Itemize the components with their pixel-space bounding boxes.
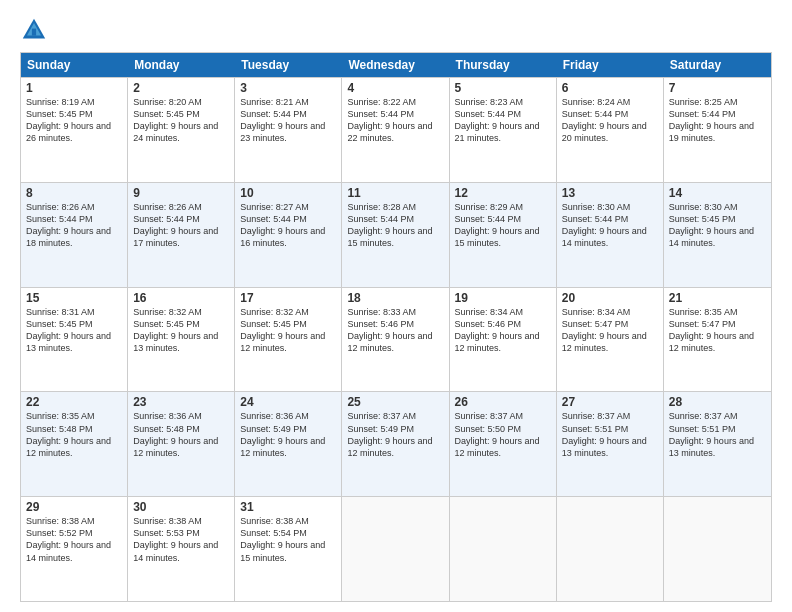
page: SundayMondayTuesdayWednesdayThursdayFrid…	[0, 0, 792, 612]
cell-info: Sunrise: 8:25 AM Sunset: 5:44 PM Dayligh…	[669, 96, 766, 145]
day-number: 17	[240, 291, 336, 305]
cell-info: Sunrise: 8:35 AM Sunset: 5:48 PM Dayligh…	[26, 410, 122, 459]
day-number: 2	[133, 81, 229, 95]
cal-cell: 14Sunrise: 8:30 AM Sunset: 5:45 PM Dayli…	[664, 183, 771, 287]
day-number: 22	[26, 395, 122, 409]
cell-info: Sunrise: 8:36 AM Sunset: 5:49 PM Dayligh…	[240, 410, 336, 459]
day-number: 8	[26, 186, 122, 200]
day-number: 9	[133, 186, 229, 200]
cell-info: Sunrise: 8:37 AM Sunset: 5:51 PM Dayligh…	[562, 410, 658, 459]
week-row-3: 15Sunrise: 8:31 AM Sunset: 5:45 PM Dayli…	[21, 287, 771, 392]
cell-info: Sunrise: 8:26 AM Sunset: 5:44 PM Dayligh…	[133, 201, 229, 250]
day-number: 18	[347, 291, 443, 305]
day-number: 27	[562, 395, 658, 409]
day-number: 25	[347, 395, 443, 409]
day-number: 6	[562, 81, 658, 95]
cell-info: Sunrise: 8:20 AM Sunset: 5:45 PM Dayligh…	[133, 96, 229, 145]
cal-cell: 19Sunrise: 8:34 AM Sunset: 5:46 PM Dayli…	[450, 288, 557, 392]
calendar-header: SundayMondayTuesdayWednesdayThursdayFrid…	[21, 53, 771, 77]
header-day-saturday: Saturday	[664, 53, 771, 77]
day-number: 23	[133, 395, 229, 409]
week-row-5: 29Sunrise: 8:38 AM Sunset: 5:52 PM Dayli…	[21, 496, 771, 601]
header-day-wednesday: Wednesday	[342, 53, 449, 77]
cell-info: Sunrise: 8:37 AM Sunset: 5:51 PM Dayligh…	[669, 410, 766, 459]
cell-info: Sunrise: 8:38 AM Sunset: 5:52 PM Dayligh…	[26, 515, 122, 564]
cal-cell: 8Sunrise: 8:26 AM Sunset: 5:44 PM Daylig…	[21, 183, 128, 287]
week-row-1: 1Sunrise: 8:19 AM Sunset: 5:45 PM Daylig…	[21, 77, 771, 182]
day-number: 30	[133, 500, 229, 514]
cal-cell: 18Sunrise: 8:33 AM Sunset: 5:46 PM Dayli…	[342, 288, 449, 392]
cal-cell: 30Sunrise: 8:38 AM Sunset: 5:53 PM Dayli…	[128, 497, 235, 601]
cal-cell: 20Sunrise: 8:34 AM Sunset: 5:47 PM Dayli…	[557, 288, 664, 392]
cal-cell: 15Sunrise: 8:31 AM Sunset: 5:45 PM Dayli…	[21, 288, 128, 392]
cell-info: Sunrise: 8:32 AM Sunset: 5:45 PM Dayligh…	[133, 306, 229, 355]
cell-info: Sunrise: 8:30 AM Sunset: 5:45 PM Dayligh…	[669, 201, 766, 250]
day-number: 24	[240, 395, 336, 409]
header-day-tuesday: Tuesday	[235, 53, 342, 77]
cell-info: Sunrise: 8:32 AM Sunset: 5:45 PM Dayligh…	[240, 306, 336, 355]
day-number: 4	[347, 81, 443, 95]
cal-cell	[557, 497, 664, 601]
day-number: 11	[347, 186, 443, 200]
cal-cell: 7Sunrise: 8:25 AM Sunset: 5:44 PM Daylig…	[664, 78, 771, 182]
cal-cell: 25Sunrise: 8:37 AM Sunset: 5:49 PM Dayli…	[342, 392, 449, 496]
cal-cell: 17Sunrise: 8:32 AM Sunset: 5:45 PM Dayli…	[235, 288, 342, 392]
header-day-thursday: Thursday	[450, 53, 557, 77]
cal-cell: 16Sunrise: 8:32 AM Sunset: 5:45 PM Dayli…	[128, 288, 235, 392]
day-number: 26	[455, 395, 551, 409]
week-row-4: 22Sunrise: 8:35 AM Sunset: 5:48 PM Dayli…	[21, 391, 771, 496]
cal-cell: 1Sunrise: 8:19 AM Sunset: 5:45 PM Daylig…	[21, 78, 128, 182]
day-number: 16	[133, 291, 229, 305]
cell-info: Sunrise: 8:22 AM Sunset: 5:44 PM Dayligh…	[347, 96, 443, 145]
cell-info: Sunrise: 8:28 AM Sunset: 5:44 PM Dayligh…	[347, 201, 443, 250]
cal-cell: 31Sunrise: 8:38 AM Sunset: 5:54 PM Dayli…	[235, 497, 342, 601]
calendar: SundayMondayTuesdayWednesdayThursdayFrid…	[20, 52, 772, 602]
cell-info: Sunrise: 8:19 AM Sunset: 5:45 PM Dayligh…	[26, 96, 122, 145]
cell-info: Sunrise: 8:31 AM Sunset: 5:45 PM Dayligh…	[26, 306, 122, 355]
cell-info: Sunrise: 8:21 AM Sunset: 5:44 PM Dayligh…	[240, 96, 336, 145]
day-number: 5	[455, 81, 551, 95]
cal-cell: 6Sunrise: 8:24 AM Sunset: 5:44 PM Daylig…	[557, 78, 664, 182]
day-number: 13	[562, 186, 658, 200]
day-number: 7	[669, 81, 766, 95]
logo-icon	[20, 16, 48, 44]
logo	[20, 16, 52, 44]
day-number: 14	[669, 186, 766, 200]
cell-info: Sunrise: 8:30 AM Sunset: 5:44 PM Dayligh…	[562, 201, 658, 250]
day-number: 21	[669, 291, 766, 305]
header	[20, 16, 772, 44]
cal-cell: 28Sunrise: 8:37 AM Sunset: 5:51 PM Dayli…	[664, 392, 771, 496]
day-number: 20	[562, 291, 658, 305]
cell-info: Sunrise: 8:33 AM Sunset: 5:46 PM Dayligh…	[347, 306, 443, 355]
cell-info: Sunrise: 8:34 AM Sunset: 5:46 PM Dayligh…	[455, 306, 551, 355]
day-number: 31	[240, 500, 336, 514]
cal-cell: 24Sunrise: 8:36 AM Sunset: 5:49 PM Dayli…	[235, 392, 342, 496]
day-number: 29	[26, 500, 122, 514]
day-number: 3	[240, 81, 336, 95]
day-number: 19	[455, 291, 551, 305]
cell-info: Sunrise: 8:34 AM Sunset: 5:47 PM Dayligh…	[562, 306, 658, 355]
header-day-friday: Friday	[557, 53, 664, 77]
cal-cell: 2Sunrise: 8:20 AM Sunset: 5:45 PM Daylig…	[128, 78, 235, 182]
cell-info: Sunrise: 8:36 AM Sunset: 5:48 PM Dayligh…	[133, 410, 229, 459]
cal-cell	[342, 497, 449, 601]
header-day-sunday: Sunday	[21, 53, 128, 77]
cell-info: Sunrise: 8:29 AM Sunset: 5:44 PM Dayligh…	[455, 201, 551, 250]
cal-cell: 21Sunrise: 8:35 AM Sunset: 5:47 PM Dayli…	[664, 288, 771, 392]
day-number: 28	[669, 395, 766, 409]
cal-cell: 3Sunrise: 8:21 AM Sunset: 5:44 PM Daylig…	[235, 78, 342, 182]
svg-rect-2	[32, 29, 36, 36]
cell-info: Sunrise: 8:38 AM Sunset: 5:53 PM Dayligh…	[133, 515, 229, 564]
cal-cell: 12Sunrise: 8:29 AM Sunset: 5:44 PM Dayli…	[450, 183, 557, 287]
cal-cell: 23Sunrise: 8:36 AM Sunset: 5:48 PM Dayli…	[128, 392, 235, 496]
cal-cell: 29Sunrise: 8:38 AM Sunset: 5:52 PM Dayli…	[21, 497, 128, 601]
cal-cell: 22Sunrise: 8:35 AM Sunset: 5:48 PM Dayli…	[21, 392, 128, 496]
cal-cell	[664, 497, 771, 601]
cell-info: Sunrise: 8:23 AM Sunset: 5:44 PM Dayligh…	[455, 96, 551, 145]
cell-info: Sunrise: 8:38 AM Sunset: 5:54 PM Dayligh…	[240, 515, 336, 564]
day-number: 12	[455, 186, 551, 200]
cal-cell: 27Sunrise: 8:37 AM Sunset: 5:51 PM Dayli…	[557, 392, 664, 496]
cell-info: Sunrise: 8:37 AM Sunset: 5:49 PM Dayligh…	[347, 410, 443, 459]
day-number: 10	[240, 186, 336, 200]
day-number: 15	[26, 291, 122, 305]
